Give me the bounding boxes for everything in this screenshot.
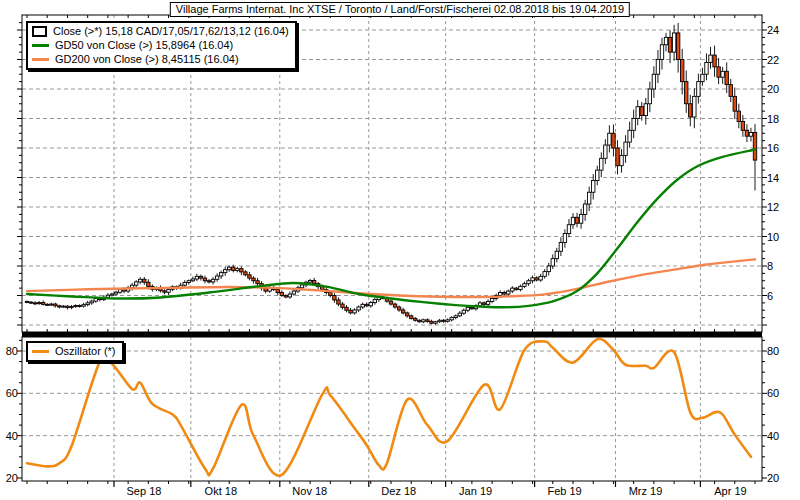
candle-body	[462, 310, 465, 313]
candle-body	[600, 158, 603, 170]
candle-body	[705, 62, 708, 74]
candle-body	[410, 316, 413, 319]
date-axis-label: Feb 19	[547, 485, 581, 497]
candle-body	[652, 74, 655, 89]
candle-body	[418, 320, 421, 321]
candle-body	[713, 55, 716, 67]
candle-body	[147, 282, 150, 286]
date-axis-label: Sep 18	[127, 485, 162, 497]
candle-body	[430, 321, 433, 323]
axis-labels: 2422201816141210868080606040402020Sep 18…	[6, 24, 780, 497]
candle-body	[563, 234, 566, 243]
candle-body	[312, 280, 315, 283]
candle-body	[697, 82, 700, 97]
candle-body	[236, 269, 239, 271]
candle-body	[90, 301, 93, 303]
candle-body	[725, 71, 728, 84]
candle-body	[519, 286, 522, 289]
candle-body	[74, 306, 77, 307]
candle-body	[118, 290, 121, 293]
candle-body	[745, 130, 748, 136]
candle-body	[660, 45, 663, 60]
date-axis-label: Dez 18	[381, 485, 416, 497]
candle-body	[337, 300, 340, 304]
candle-body	[632, 119, 635, 131]
legend-row-gd200: GD200 von Close (>) 8,45115 (16.04)	[32, 52, 289, 66]
candle-body	[219, 273, 222, 276]
candle-body	[503, 293, 506, 294]
candle-body	[62, 306, 65, 307]
candle-body	[664, 37, 667, 44]
gd50-line-swatch-icon	[32, 44, 49, 47]
candle-body	[596, 170, 599, 180]
candle-body	[232, 267, 235, 270]
candle-body	[29, 302, 32, 303]
candle-body	[341, 304, 344, 307]
candle-body	[628, 130, 631, 142]
oscillator-axis-label-right: 20	[767, 472, 779, 484]
oscillator-line-swatch-icon	[32, 350, 49, 353]
oscillator-axis-label-left: 20	[6, 472, 18, 484]
candle-body	[33, 303, 36, 304]
candle-body	[187, 281, 190, 283]
candle-body	[393, 304, 396, 307]
candle-body	[676, 33, 679, 60]
candle-body	[345, 307, 348, 310]
candle-body	[592, 180, 595, 192]
candle-body	[292, 291, 295, 294]
candle-body	[701, 74, 704, 81]
candle-body	[749, 133, 752, 137]
candle-body	[547, 266, 550, 272]
candle-body	[163, 291, 166, 292]
price-axis-label: 16	[767, 142, 779, 154]
price-axis-label: 14	[767, 172, 779, 184]
candle-body	[308, 280, 311, 282]
candle-body	[559, 242, 562, 251]
candle-body	[737, 111, 740, 121]
candle-body	[490, 298, 493, 301]
candle-body	[143, 279, 146, 282]
candle-body	[535, 278, 538, 280]
candle-body	[240, 269, 243, 272]
candle-body	[511, 288, 514, 291]
gd200-line	[27, 259, 755, 297]
date-axis-label: Apr 19	[714, 485, 746, 497]
candle-body	[82, 305, 85, 306]
price-axis-label: 10	[767, 231, 779, 243]
candle-body	[248, 275, 251, 278]
price-axis-label: 24	[767, 24, 779, 36]
candle-body	[571, 217, 574, 224]
candle-body	[276, 290, 279, 293]
date-axis-label: Nov 18	[292, 485, 327, 497]
candle-body	[333, 296, 336, 300]
candle-body	[458, 313, 461, 316]
candle-body	[199, 276, 202, 278]
candle-body	[620, 155, 623, 165]
candle-body	[86, 303, 89, 305]
price-axis-label: 22	[767, 54, 779, 66]
candle-body	[373, 300, 376, 303]
candle-body	[450, 318, 453, 320]
price-axis-label: 20	[767, 83, 779, 95]
gridlines	[22, 15, 762, 481]
date-axis-label: Mrz 19	[629, 485, 663, 497]
oscillator-axis-label-right: 60	[767, 387, 779, 399]
candle-body	[135, 282, 138, 285]
oscillator-axis-label-left: 60	[6, 387, 18, 399]
gd200-line-swatch-icon	[32, 58, 49, 61]
candle-body	[195, 276, 198, 279]
date-axis-label: Jan 19	[459, 485, 492, 497]
candle-body	[515, 288, 518, 289]
chart-title: Village Farms Internat. Inc XTSE / Toron…	[170, 2, 630, 17]
candle-body	[167, 289, 170, 292]
candle-body	[482, 303, 485, 304]
candle-body	[223, 270, 226, 273]
candle-body	[25, 301, 28, 302]
candle-body	[357, 307, 360, 310]
candle-body	[228, 267, 231, 270]
candle-body	[50, 304, 53, 305]
candle-body	[507, 291, 510, 294]
candle-body	[256, 281, 259, 284]
candle-body	[446, 320, 449, 321]
candle-body	[110, 294, 113, 295]
